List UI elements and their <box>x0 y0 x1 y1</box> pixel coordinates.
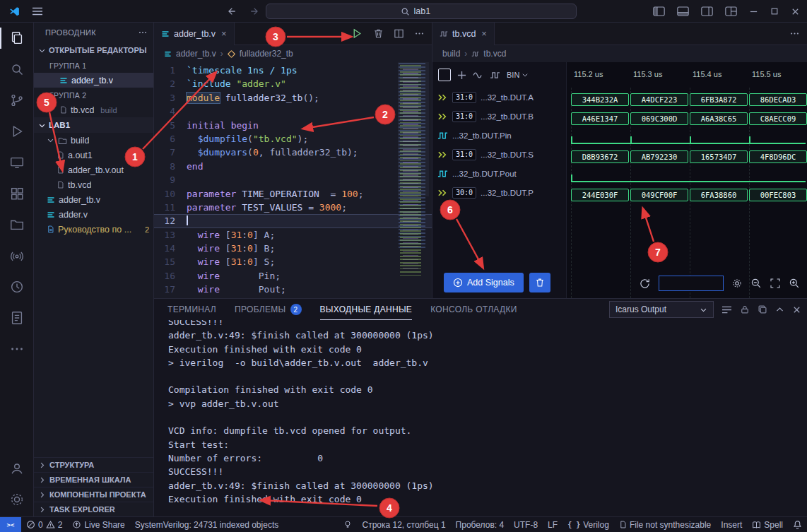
extensions-icon[interactable] <box>0 178 34 209</box>
code-line[interactable]: 9 <box>154 173 432 187</box>
synthesis-status[interactable]: File not synthesizable <box>614 517 716 532</box>
more-views-icon[interactable] <box>0 333 34 365</box>
global-search-input[interactable] <box>414 6 442 16</box>
wave-value-box[interactable]: 049CF00F <box>630 189 688 201</box>
menu-icon[interactable] <box>32 6 43 16</box>
forward-icon[interactable] <box>249 6 260 16</box>
code-line[interactable]: 3module fulladder32_tb(); <box>154 91 432 105</box>
wave-value-box[interactable]: 4F8D96DC <box>749 150 807 163</box>
live-share-status[interactable]: Live Share <box>67 517 129 532</box>
refresh-icon[interactable] <box>639 278 651 290</box>
wave-style-icon[interactable] <box>490 71 500 79</box>
tree-item[interactable]: Руководство по ...2 <box>34 222 153 237</box>
plus-icon[interactable] <box>457 71 466 80</box>
wave-value-box[interactable]: 6FA38860 <box>690 189 748 201</box>
layout-sidebar-left-icon[interactable] <box>653 6 665 16</box>
code-line[interactable]: 11parameter TEST_VALUES = 3000; <box>154 201 432 214</box>
tab-adder-tb[interactable]: adder_tb.v × <box>154 23 235 45</box>
signal-name-row[interactable]: 31:0...32_tb.DUT.S <box>432 145 566 164</box>
wave-value-box[interactable]: 86DECAD3 <box>749 93 807 106</box>
waveform-row[interactable] <box>567 129 807 148</box>
waveform-row[interactable]: 244E030F049CF00F6FA3886000FEC803 <box>567 186 807 205</box>
waveform-row[interactable]: D8B93672AB792230165734D74F8D96DC <box>567 148 807 167</box>
sidebar-section-task-explorer[interactable]: TASK EXPLORER <box>34 502 153 516</box>
code-line[interactable]: 14 wire [31:0] B; <box>154 242 432 255</box>
wave-value-box[interactable]: A46E1347 <box>571 112 629 125</box>
timescale-input[interactable] <box>659 276 724 291</box>
panel-maximize-icon[interactable] <box>775 305 784 314</box>
code-line[interactable]: 15 wire [31:0] S; <box>154 255 432 268</box>
zoom-out-icon[interactable] <box>750 278 762 289</box>
clear-output-icon[interactable] <box>758 305 767 314</box>
global-search-box[interactable] <box>266 4 577 19</box>
code-line[interactable]: 16 wire Pin; <box>154 269 432 283</box>
zoom-in-icon[interactable] <box>789 278 800 289</box>
breadcrumb-file[interactable]: adder_tb.v <box>176 49 216 59</box>
eol-status[interactable]: LF <box>543 517 562 532</box>
waveform-row[interactable]: A46E1347069C300DA6A38C65C8AECC09 <box>567 110 807 129</box>
wave-value-box[interactable]: 00FEC803 <box>749 189 807 201</box>
code-line[interactable]: 6 $dumpfile("tb.vcd"); <box>154 132 432 146</box>
indexer-status[interactable]: SystemVerilog: 24731 indexed objects <box>130 517 283 532</box>
history-icon[interactable] <box>0 271 34 302</box>
code-line[interactable]: 2`include "adder.v" <box>154 77 432 90</box>
open-editors-group[interactable]: ГРУППА 2 <box>34 88 153 102</box>
format-select[interactable]: BIN <box>507 71 529 79</box>
sidebar-section-компоненты-проекта[interactable]: КОМПОНЕНТЫ ПРОЕКТА <box>34 487 153 502</box>
remote-indicator[interactable]: >< <box>0 517 21 532</box>
run-file-icon[interactable] <box>351 28 363 40</box>
wave-value-box[interactable]: 069C300D <box>630 112 688 125</box>
code-line[interactable]: 1`timescale 1ns / 1ps <box>154 64 432 77</box>
code-line[interactable]: 8end <box>154 160 432 173</box>
wave-value-box[interactable]: 244E030F <box>571 189 629 201</box>
notifications[interactable] <box>788 517 807 532</box>
tree-item[interactable]: adder_tb.v <box>34 192 153 207</box>
sidebar-more-icon[interactable] <box>138 28 148 37</box>
word-wrap-icon[interactable] <box>721 305 732 314</box>
wave-value-box[interactable]: 344B232A <box>571 93 629 106</box>
signal-name-row[interactable]: 31:0...32_tb.DUT.B <box>432 107 566 126</box>
tab-tb-vcd[interactable]: tb.vcd × <box>432 23 495 45</box>
panel-tab[interactable]: ТЕРМИНАЛ <box>167 299 216 320</box>
panel-tab[interactable]: КОНСОЛЬ ОТЛАДКИ <box>430 299 517 320</box>
breadcrumb-file[interactable]: tb.vcd <box>483 49 506 59</box>
tree-item[interactable]: adder.v <box>34 207 153 222</box>
tree-item[interactable]: build <box>34 133 153 148</box>
wave-value-box[interactable]: A4DCF223 <box>630 93 688 106</box>
sidebar-section-временная-шкала[interactable]: ВРЕМЕННАЯ ШКАЛА <box>34 472 153 487</box>
wave-value-box[interactable]: D8B93672 <box>571 150 629 163</box>
panel-close-icon[interactable] <box>792 305 801 314</box>
workspace-root-header[interactable]: LAB1 <box>34 117 153 133</box>
open-editor-item[interactable]: tb.vcdbuild <box>34 102 153 117</box>
problems-status[interactable]: 0 2 <box>21 517 67 532</box>
trash-icon[interactable] <box>373 28 384 39</box>
project-folder-icon[interactable] <box>0 209 34 240</box>
notebook-icon[interactable] <box>0 302 34 333</box>
code-line[interactable]: 13 wire [31:0] A; <box>154 228 432 242</box>
explorer-icon[interactable] <box>0 23 34 54</box>
add-signals-button[interactable]: Add Signals <box>444 273 524 292</box>
waveform-row[interactable] <box>567 167 807 186</box>
run-debug-icon[interactable] <box>0 116 34 147</box>
indentation-status[interactable]: Пробелов: 4 <box>451 517 509 532</box>
spell-checker[interactable]: Spell <box>747 517 788 532</box>
cursor-position[interactable]: Строка 12, столбец 1 <box>357 517 450 532</box>
code-line[interactable]: 7 $dumpvars(0, fulladder32_tb); <box>154 146 432 159</box>
wave-style-icon[interactable] <box>473 71 483 79</box>
waveform-row[interactable]: 344B232AA4DCF2236FB3A87286DECAD3 <box>567 90 807 110</box>
tree-item[interactable]: adder_tb.v.out <box>34 162 153 177</box>
signal-name-row[interactable]: 30:0...32_tb.DUT.P <box>432 183 566 202</box>
wave-value-box[interactable]: C8AECC09 <box>749 112 807 125</box>
language-mode[interactable]: { } Verilog <box>562 517 614 532</box>
insert-mode[interactable]: Insert <box>716 517 747 532</box>
more-actions-icon[interactable] <box>789 28 800 39</box>
open-editors-group[interactable]: ГРУППА 1 <box>34 58 153 73</box>
signal-name-row[interactable]: 31:0...32_tb.DUT.A <box>432 88 566 107</box>
source-control-icon[interactable] <box>0 85 34 116</box>
open-editor-item[interactable]: adder_tb.v <box>34 73 153 88</box>
breadcrumb-folder[interactable]: build <box>442 49 460 59</box>
output-channel-select[interactable]: Icarus Output <box>609 301 714 318</box>
signal-name-row[interactable]: ...32_tb.DUT.Pin <box>432 126 566 145</box>
remove-signals-button[interactable] <box>529 273 550 292</box>
remote-explorer-icon[interactable] <box>0 147 34 178</box>
